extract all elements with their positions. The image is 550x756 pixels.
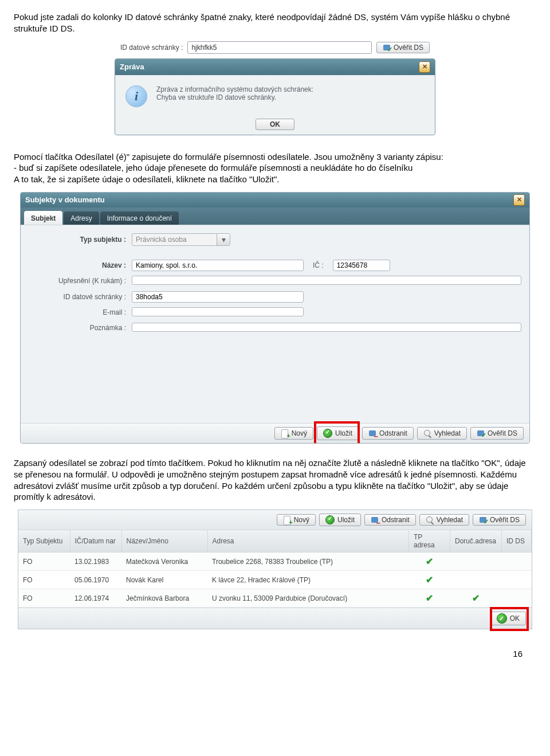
novy-button[interactable]: Nový [277,514,316,526]
label-poznamka: Poznámka : [29,324,132,332]
col-nazev[interactable]: Název/Jméno [121,530,207,553]
label-nazev: Název : [102,261,126,269]
table-cell: U zvonku 11, 53009 Pardubice (Doručovací… [207,589,409,608]
upresneni-input[interactable] [132,276,521,285]
novy-label: Nový [294,516,309,524]
label-email: E-mail : [29,308,132,316]
table-cell: ✔ [409,553,450,571]
verify-icon [383,44,391,52]
overit-ds-button[interactable]: Ověřit DS [470,427,524,440]
toolbar-top: Nový Uložit Odstranit Vyhledat Ověřit DS [18,510,532,530]
intro-paragraph: Pokud jste zadali do kolonky ID datové s… [14,11,536,34]
typ-subjektu-select[interactable]: Právnická osoba ▾ [132,233,230,246]
page-number: 16 [14,649,522,659]
label-upresneni: Upřesnění (K rukám) : [29,277,132,285]
ok-label: OK [510,614,520,622]
table-row[interactable]: FO05.06.1970Novák KarelK lávce 22, Hrade… [18,571,532,589]
table-cell [502,571,532,589]
email-input[interactable] [132,307,304,316]
poznamka-input[interactable] [132,323,521,332]
table-row[interactable]: FO12.06.1974Ječmínková BarboraU zvonku 1… [18,589,532,608]
label-typ-subjektu: Typ subjektu : [80,236,126,244]
message-dialog-title: Zpráva [120,62,144,71]
screenshot-zprava-dialog: ID datové schránky : hjkhfkk5 Ověřit DS … [115,41,435,135]
overit-label: Ověřit DS [488,429,517,437]
info-icon: i [125,85,147,107]
table-cell: Matečková Veronika [121,553,207,571]
check-icon: ✔ [426,575,433,585]
typ-subjektu-value: Právnická osoba [132,236,217,244]
paragraph-5: Zapsaný odesílatel se zobrazí pod tímto … [14,457,536,503]
id-ds-field[interactable]: hjkhfkk5 [187,41,372,54]
vyhledat-button[interactable]: Vyhledat [417,427,467,440]
ulozit-button[interactable]: Uložit [317,426,359,440]
nazev-input[interactable]: Kamiony, spol. s.r.o. [132,260,304,271]
addresee-table: Typ Subjektu IČ/Datum nar Název/Jméno Ad… [18,530,532,608]
table-header-row: Typ Subjektu IČ/Datum nar Název/Jméno Ad… [18,530,532,553]
paragraph-2: Pomocí tlačítka Odesílatel (é)" zapisuje… [14,151,536,163]
table-cell: 05.06.1970 [70,571,121,589]
table-cell [450,571,502,589]
check-icon: ✔ [472,593,480,603]
footer-bar: OK [18,608,532,629]
message-dialog-head: Zpráva ✕ [115,59,435,75]
save-icon [323,429,332,438]
label-idds: ID datové schránky : [29,293,132,301]
col-doruc[interactable]: Doruč.adresa [450,530,502,553]
table-cell: ✔ [409,589,450,608]
table-cell: FO [18,571,70,589]
table-cell: Ječmínková Barbora [121,589,207,608]
id-ds-label: ID datové schránky : [120,44,183,52]
close-icon[interactable]: ✕ [513,194,525,206]
overit-label: Ověřit DS [490,516,520,524]
overit-ds-button[interactable]: Ověřit DS [473,514,526,526]
paragraph-4: A to tak, že si zapíšete údaje o odesíla… [14,174,536,185]
novy-button[interactable]: Nový [274,427,313,440]
check-icon: ✔ [426,557,433,566]
idds-input[interactable]: 38hoda5 [132,291,304,303]
tab-adresy[interactable]: Adresy [64,211,99,225]
table-cell [502,553,532,571]
search-icon [426,516,434,524]
verify-ds-button[interactable]: Ověřit DS [376,42,430,53]
table-cell: 13.02.1983 [70,553,121,571]
odstranit-label: Odstranit [379,429,407,437]
ulozit-label: Uložit [335,429,352,437]
tab-subjekt[interactable]: Subjekt [24,211,62,225]
col-tp[interactable]: TP adresa [409,530,450,553]
tab-informace[interactable]: Informace o doručení [100,211,179,225]
col-typ[interactable]: Typ Subjektu [18,530,70,553]
col-idds[interactable]: ID DS [502,530,532,553]
odstranit-button[interactable]: Odstranit [362,427,414,440]
table-cell: ✔ [450,589,502,608]
table-cell: 12.06.1974 [70,589,121,608]
message-dialog: Zpráva ✕ i Zpráva z informačního systému… [115,58,435,135]
table-cell: Troubelice 2268, 78383 Troubelice (TP) [207,553,409,571]
table-cell: Novák Karel [121,571,207,589]
ic-input[interactable]: 12345678 [333,260,390,271]
table-cell [502,589,532,608]
ulozit-label: Uložit [337,516,355,524]
form-area: Typ subjektu : Právnická osoba ▾ Název :… [21,225,529,423]
col-icdatum[interactable]: IČ/Datum nar [70,530,121,553]
ok-button[interactable]: OK [490,612,526,625]
table-cell: K lávce 22, Hradec Králové (TP) [207,571,409,589]
new-icon [283,516,291,524]
table-row[interactable]: FO13.02.1983Matečková VeronikaTroubelice… [18,553,532,571]
verify-icon [479,516,487,524]
paragraph-3: - buď si zapíšete odesílatele, jeho údaj… [14,162,536,174]
search-icon [423,429,431,437]
ulozit-button[interactable]: Uložit [319,514,361,526]
close-icon[interactable]: ✕ [419,61,430,73]
odstranit-label: Odstranit [382,516,410,524]
col-adresa[interactable]: Adresa [207,530,409,553]
save-icon [325,515,335,524]
ok-button[interactable]: OK [256,119,294,130]
vyhledat-label: Vyhledat [434,429,461,437]
label-ic: IČ : [313,261,324,269]
subjekty-title: Subjekty v dokumentu [25,195,105,204]
delete-icon [368,429,376,437]
odstranit-button[interactable]: Odstranit [364,514,416,526]
toolbar-bottom: Nový Uložit Odstranit Vyhledat Ověřit DS [21,423,529,443]
vyhledat-button[interactable]: Vyhledat [419,514,469,526]
